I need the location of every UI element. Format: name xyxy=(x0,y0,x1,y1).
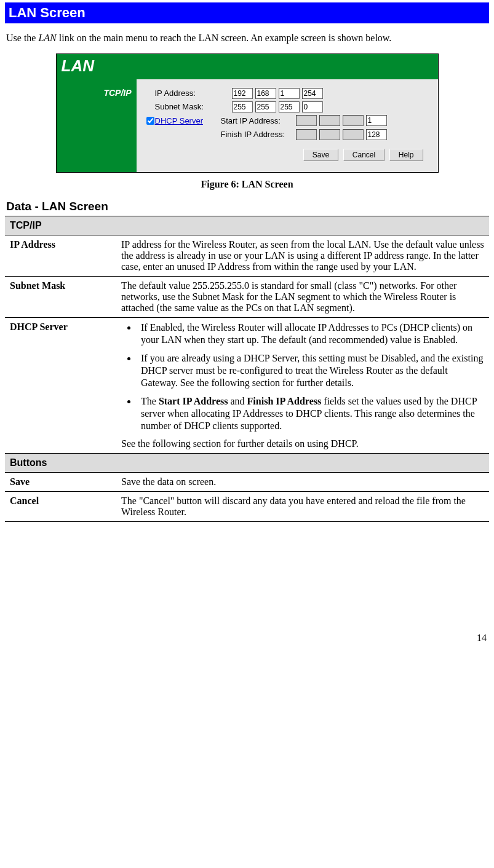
table-row: DHCP Server If Enabled, the Wireless Rou… xyxy=(5,317,489,453)
ip-address-label: IP Address: xyxy=(155,89,232,98)
dhcp-server-link[interactable]: DHCP Server xyxy=(155,116,221,125)
start-ip-label: Start IP Address: xyxy=(221,116,296,125)
table-row: Cancel The "Cancel" button will discard … xyxy=(5,491,489,521)
ip-octet-2[interactable] xyxy=(255,88,276,99)
mask-octet-4[interactable] xyxy=(302,101,323,112)
dhcp-checkbox-wrap xyxy=(144,115,155,127)
dhcp-checkbox[interactable] xyxy=(146,117,154,125)
mask-octet-3[interactable] xyxy=(279,101,300,112)
mask-octet-2[interactable] xyxy=(255,101,276,112)
row-label-dhcp: DHCP Server xyxy=(5,317,116,453)
table-row: Subnet Mask The default value 255.255.25… xyxy=(5,276,489,317)
figure-caption: Figure 6: LAN Screen xyxy=(5,179,489,190)
finish-ip-octet-4[interactable] xyxy=(366,129,387,140)
group-buttons: Buttons xyxy=(5,453,489,472)
finish-ip-label: Finish IP Address: xyxy=(221,130,296,139)
row-label-mask: Subnet Mask xyxy=(5,276,116,317)
ip-octet-4[interactable] xyxy=(302,88,323,99)
finish-ip-octet-2[interactable] xyxy=(319,129,340,140)
ip-octet-1[interactable] xyxy=(232,88,253,99)
dhcp-bullet-1: If Enabled, the Wireless Router will all… xyxy=(137,322,484,346)
lan-screenshot: LAN TCP/IP IP Address: Subnet Mask: xyxy=(56,53,439,173)
figure-sidebar-label: TCP/IP xyxy=(57,79,137,172)
mask-octet-1[interactable] xyxy=(232,101,253,112)
finish-ip-octet-3[interactable] xyxy=(343,129,364,140)
row-desc-mask: The default value 255.255.255.0 is stand… xyxy=(116,276,489,317)
cancel-button[interactable]: Cancel xyxy=(343,149,384,161)
finish-ip-octet-1[interactable] xyxy=(296,129,317,140)
ip-octet-3[interactable] xyxy=(279,88,300,99)
start-ip-octet-1[interactable] xyxy=(296,115,317,126)
start-ip-octet-4[interactable] xyxy=(366,115,387,126)
start-ip-octet-2[interactable] xyxy=(319,115,340,126)
row-desc-save: Save the data on screen. xyxy=(116,472,489,491)
figure-header: LAN xyxy=(57,54,438,79)
save-button[interactable]: Save xyxy=(303,149,338,161)
dhcp-tail-text: See the following section for further de… xyxy=(121,438,359,449)
dhcp-bullet-3: The Start IP Address and Finish IP Addre… xyxy=(137,395,484,432)
table-row: Save Save the data on screen. xyxy=(5,472,489,491)
row-label-save: Save xyxy=(5,472,116,491)
section-heading: Data - LAN Screen xyxy=(6,200,488,213)
table-row: IP Address IP address for the Wireless R… xyxy=(5,235,489,276)
page-title: LAN Screen xyxy=(5,2,489,23)
group-tcpip: TCP/IP xyxy=(5,216,489,235)
dhcp-bullet-2: If you are already using a DHCP Server, … xyxy=(137,352,484,389)
row-label-cancel: Cancel xyxy=(5,491,116,521)
row-desc-ip: IP address for the Wireless Router, as s… xyxy=(116,235,489,276)
page-number: 14 xyxy=(5,633,489,644)
intro-post: link on the main menu to reach the LAN s… xyxy=(57,33,392,43)
figure-container: LAN TCP/IP IP Address: Subnet Mask: xyxy=(5,53,489,173)
row-desc-cancel: The "Cancel" button will discard any dat… xyxy=(116,491,489,521)
row-label-ip: IP Address xyxy=(5,235,116,276)
help-button[interactable]: Help xyxy=(389,149,423,161)
data-table: TCP/IP IP Address IP address for the Wir… xyxy=(5,216,489,522)
start-ip-octet-3[interactable] xyxy=(343,115,364,126)
intro-pre: Use the xyxy=(6,33,38,43)
row-desc-dhcp: If Enabled, the Wireless Router will all… xyxy=(116,317,489,453)
intro-emphasis: LAN xyxy=(38,33,56,43)
subnet-mask-label: Subnet Mask: xyxy=(155,102,232,111)
intro-text: Use the LAN link on the main menu to rea… xyxy=(6,32,488,45)
